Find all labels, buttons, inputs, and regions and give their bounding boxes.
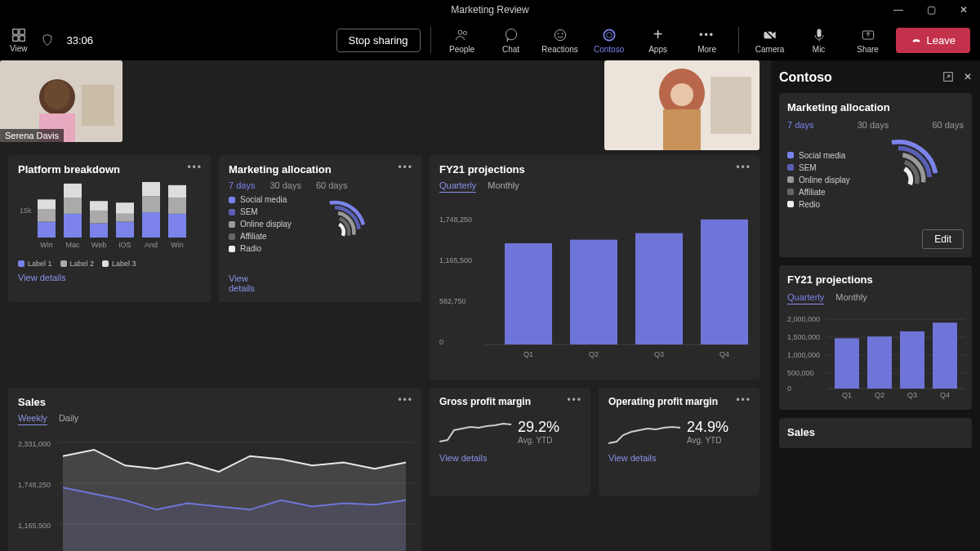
popout-icon [942, 71, 954, 82]
chat-button[interactable]: Chat [490, 27, 532, 54]
share-icon [860, 27, 876, 43]
svg-text:Q3: Q3 [654, 350, 664, 358]
gross-profit-card: Gross profit margin ••• 29.2% Avg. YTD V… [430, 388, 590, 495]
fy21-projections-card: FY21 projections ••• Quarterly Monthly 1… [430, 155, 760, 380]
leave-button[interactable]: Leave [896, 28, 970, 53]
reactions-button[interactable]: Reactions [539, 27, 581, 54]
tab-30days[interactable]: 30 days [858, 120, 889, 130]
svg-text:1,165,500: 1,165,500 [439, 256, 472, 264]
card-more-button[interactable]: ••• [398, 162, 413, 173]
operating-sub: Avg. YTD [687, 436, 728, 445]
popout-button[interactable] [942, 71, 954, 85]
svg-text:Web: Web [91, 241, 106, 249]
card-more-button[interactable]: ••• [736, 162, 751, 173]
shield-icon[interactable] [41, 33, 54, 47]
card-title: Operating profit margin [608, 396, 750, 407]
svg-point-11 [606, 32, 612, 38]
tab-daily[interactable]: Daily [59, 413, 78, 425]
view-details-link[interactable]: View details [439, 453, 488, 463]
divider [738, 27, 739, 53]
svg-text:Q1: Q1 [842, 391, 852, 399]
tab-60days[interactable]: 60 days [316, 180, 348, 190]
svg-point-92 [854, 136, 942, 223]
side-fy21-card: FY21 projections Quarterly Monthly 2,000… [779, 265, 972, 410]
view-menu[interactable]: View [10, 28, 28, 53]
svg-rect-32 [64, 198, 82, 213]
operating-profit-card: Operating profit margin ••• 24.9% Avg. Y… [599, 388, 760, 495]
svg-rect-47 [168, 214, 186, 238]
view-details-link[interactable]: View details [608, 453, 657, 463]
card-more-button[interactable]: ••• [567, 394, 582, 406]
view-details-link[interactable]: View details [229, 273, 261, 293]
platform-stacked-bar-chart: 15k WinMacWebiOSAndWin [18, 180, 201, 254]
platform-legend: Label 1 Label 2 Label 3 [18, 260, 201, 268]
tab-7days[interactable]: 7 days [229, 180, 255, 190]
svg-point-10 [604, 29, 614, 40]
tab-quarterly[interactable]: Quarterly [439, 180, 476, 193]
tab-monthly[interactable]: Monthly [488, 180, 519, 193]
contoso-side-panel: Contoso ✕ Marketing allocation 7 days 30… [771, 60, 980, 551]
marketing-tabs: 7 days 30 days 60 days [229, 180, 412, 190]
camera-button[interactable]: Camera [749, 27, 791, 54]
window-controls: — ▢ ✕ [882, 0, 980, 20]
gross-value: 29.2% [518, 419, 559, 436]
view-label: View [10, 44, 28, 53]
svg-text:Q4: Q4 [940, 391, 950, 399]
svg-rect-35 [90, 224, 108, 238]
reactions-icon [552, 27, 568, 43]
stop-sharing-button[interactable]: Stop sharing [336, 29, 421, 52]
close-panel-button[interactable]: ✕ [964, 71, 972, 85]
people-icon [454, 27, 470, 43]
view-details-link[interactable]: View details [18, 273, 66, 282]
svg-rect-41 [116, 202, 134, 214]
side-marketing-tabs: 7 days 30 days 60 days [787, 120, 964, 130]
participant-video-1[interactable]: Serena Davis [0, 60, 122, 142]
maximize-button[interactable]: ▢ [915, 0, 947, 20]
contoso-app-button[interactable]: Contoso [588, 27, 630, 54]
share-button[interactable]: Share [847, 27, 889, 54]
card-title: FY21 projections [787, 273, 964, 286]
participant-video-2[interactable] [604, 60, 760, 150]
svg-rect-109 [867, 336, 892, 389]
svg-rect-27 [38, 222, 56, 238]
minimize-button[interactable]: — [882, 0, 915, 20]
tab-quarterly[interactable]: Quarterly [787, 292, 824, 304]
sales-card: Sales ••• Weekly Daily 2,331,000 1,748,2… [8, 388, 421, 551]
more-icon: ••• [699, 27, 715, 43]
tab-monthly[interactable]: Monthly [835, 292, 867, 304]
card-more-button[interactable]: ••• [187, 162, 203, 173]
svg-text:1,165,500: 1,165,500 [18, 522, 51, 530]
people-button[interactable]: People [441, 27, 483, 54]
hangup-icon [911, 34, 922, 46]
svg-rect-36 [90, 211, 108, 224]
grid-icon [11, 28, 26, 42]
close-button[interactable]: ✕ [947, 0, 980, 20]
side-sales-card: Sales [779, 418, 972, 448]
shared-content-stage: Serena Davis Platform breakdown ••• 15k … [0, 60, 771, 551]
svg-point-9 [561, 33, 563, 34]
svg-text:582,750: 582,750 [439, 297, 466, 305]
card-more-button[interactable]: ••• [398, 394, 413, 406]
svg-text:iOS: iOS [118, 241, 131, 249]
tab-60days[interactable]: 60 days [932, 120, 964, 130]
edit-button[interactable]: Edit [922, 229, 964, 249]
fy21-bar-chart: 1,748,250 1,165,500 582,750 0 Q1Q2Q3Q4 [439, 198, 750, 365]
mic-button[interactable]: Mic [798, 27, 840, 54]
svg-rect-31 [64, 214, 82, 238]
sales-tabs: Weekly Daily [18, 413, 412, 425]
svg-rect-22 [710, 77, 751, 134]
svg-point-51 [301, 198, 368, 265]
side-panel-title: Contoso [779, 70, 832, 85]
svg-rect-0 [13, 29, 18, 33]
tab-weekly[interactable]: Weekly [18, 413, 47, 425]
more-button[interactable]: •••More [686, 27, 728, 54]
card-title: Platform breakdown [18, 163, 201, 176]
card-more-button[interactable]: ••• [736, 394, 751, 406]
apps-button[interactable]: +Apps [637, 27, 679, 54]
svg-rect-2 [13, 35, 18, 40]
card-title: Sales [18, 396, 412, 408]
tab-30days[interactable]: 30 days [270, 180, 301, 190]
tab-7days[interactable]: 7 days [787, 120, 813, 130]
svg-rect-49 [168, 185, 186, 198]
svg-rect-25 [663, 109, 701, 150]
